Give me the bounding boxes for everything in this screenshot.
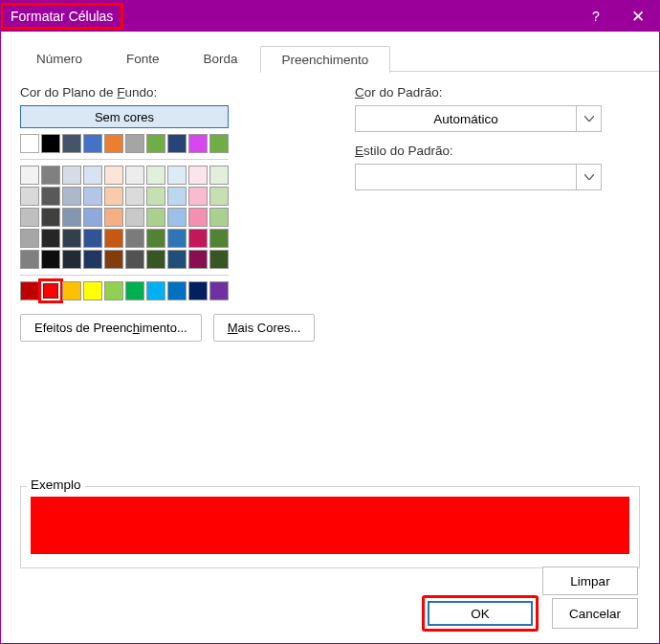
color-swatch[interactable] [83,208,102,227]
pattern-style-dropdown[interactable] [355,164,602,190]
color-swatch[interactable] [20,208,39,227]
fill-effects-button[interactable]: Efeitos de Preenchimento... [20,314,202,342]
color-swatch[interactable] [209,250,229,269]
pattern-style-label: Estilo do Padrão: [355,144,646,158]
color-swatch[interactable] [62,229,81,248]
pattern-color-label: Cor do Padrão: [355,85,646,100]
pattern-color-value: Automático [356,106,576,131]
color-swatch[interactable] [188,250,208,269]
color-swatch[interactable] [41,229,60,248]
color-swatch[interactable] [125,187,144,206]
color-swatch[interactable] [83,134,102,153]
color-swatch[interactable] [41,281,60,300]
color-swatch[interactable] [167,208,187,227]
example-label: Exemplo [27,477,85,492]
color-swatch[interactable] [125,281,144,300]
color-swatch[interactable] [62,134,81,153]
color-swatch[interactable] [62,187,81,206]
color-swatch[interactable] [125,166,144,185]
color-swatch[interactable] [20,229,39,248]
color-swatch[interactable] [20,281,39,300]
tab-borda[interactable]: Borda [182,45,260,72]
close-button[interactable]: ✕ [617,1,659,32]
color-swatch[interactable] [209,281,229,300]
color-swatch[interactable] [146,281,165,300]
ok-button[interactable]: OK [428,601,533,626]
color-swatch[interactable] [41,134,60,153]
color-swatch[interactable] [83,229,102,248]
color-swatch[interactable] [146,229,165,248]
color-swatch[interactable] [62,250,81,269]
color-swatch[interactable] [167,166,187,185]
color-swatch[interactable] [209,134,229,153]
color-swatch[interactable] [146,250,165,269]
color-swatch[interactable] [104,281,123,300]
color-swatch[interactable] [167,134,187,153]
color-swatch[interactable] [104,187,123,206]
color-swatch[interactable] [62,281,81,300]
color-swatch[interactable] [146,208,165,227]
color-swatch[interactable] [20,250,39,269]
tab-numero[interactable]: Número [14,45,104,72]
window-title: Formatar Células [11,9,113,24]
color-swatch[interactable] [104,229,123,248]
color-swatch[interactable] [104,250,123,269]
color-palette [20,134,229,300]
color-swatch[interactable] [20,187,39,206]
color-swatch[interactable] [188,229,208,248]
color-swatch[interactable] [62,166,81,185]
color-swatch[interactable] [188,208,208,227]
color-swatch[interactable] [188,187,208,206]
tab-strip: Número Fonte Borda Preenchimento [14,45,659,72]
bg-color-label: Cor do Plano de Fundo: [20,85,326,100]
color-swatch[interactable] [188,281,208,300]
color-swatch[interactable] [188,134,208,153]
color-swatch[interactable] [209,166,229,185]
color-swatch[interactable] [41,166,60,185]
color-swatch[interactable] [125,134,144,153]
color-swatch[interactable] [125,229,144,248]
title-highlight: Formatar Células [0,3,123,30]
example-section: Exemplo [20,486,640,568]
ok-highlight: OK [422,595,539,632]
clear-button[interactable]: Limpar [542,566,638,595]
color-swatch[interactable] [167,250,187,269]
color-swatch[interactable] [125,208,144,227]
color-swatch[interactable] [83,281,102,300]
color-swatch[interactable] [167,187,187,206]
pattern-color-dropdown[interactable]: Automático [355,105,602,132]
chevron-down-icon [576,106,601,131]
color-swatch[interactable] [83,166,102,185]
color-swatch[interactable] [167,281,187,300]
color-swatch[interactable] [125,250,144,269]
color-swatch[interactable] [62,208,81,227]
tab-preenchimento[interactable]: Preenchimento [260,46,391,73]
color-swatch[interactable] [41,187,60,206]
color-swatch[interactable] [20,166,39,185]
color-swatch[interactable] [188,166,208,185]
help-button[interactable]: ? [575,1,617,32]
color-swatch[interactable] [167,229,187,248]
color-swatch[interactable] [41,250,60,269]
color-swatch[interactable] [209,208,229,227]
color-swatch[interactable] [41,208,60,227]
color-swatch[interactable] [209,229,229,248]
color-swatch[interactable] [104,208,123,227]
cancel-button[interactable]: Cancelar [552,598,638,629]
color-swatch[interactable] [83,250,102,269]
no-color-button[interactable]: Sem cores [20,105,229,128]
more-colors-button[interactable]: Mais Cores... [213,314,316,342]
color-swatch[interactable] [209,187,229,206]
tab-fonte[interactable]: Fonte [104,45,182,72]
titlebar: Formatar Células ? ✕ [1,1,659,32]
color-swatch[interactable] [104,134,123,153]
color-swatch[interactable] [104,166,123,185]
color-swatch[interactable] [83,187,102,206]
dialog-footer: OK Cancelar [422,595,638,632]
chevron-down-icon [576,165,601,189]
color-swatch[interactable] [146,134,165,153]
color-swatch[interactable] [146,166,165,185]
color-swatch[interactable] [146,187,165,206]
color-swatch[interactable] [20,134,39,153]
example-preview [31,497,629,554]
